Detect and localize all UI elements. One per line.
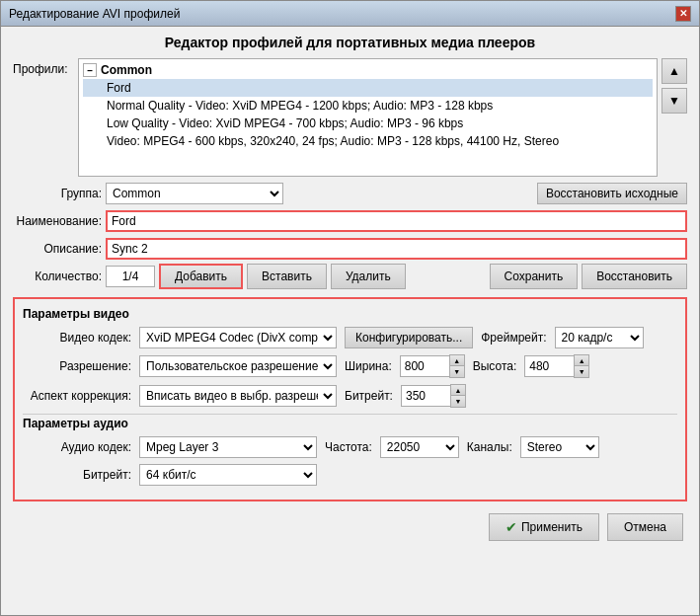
tree-group-label: Common xyxy=(101,63,152,77)
width-up-arrow[interactable]: ▲ xyxy=(450,355,464,366)
aspect-select[interactable]: Вписать видео в выбр. разрешени xyxy=(139,385,337,407)
freq-select[interactable]: 22050 44100 xyxy=(380,436,459,458)
profiles-arrows: ▲ ▼ xyxy=(661,58,687,114)
audio-codec-label: Аудио кодек: xyxy=(23,440,131,454)
res-select[interactable]: Пользовательское разрешение... xyxy=(139,355,337,377)
fps-label: Фреймрейт: xyxy=(481,331,546,345)
save-button[interactable]: Сохранить xyxy=(490,264,579,289)
height-spinner: ▲ ▼ xyxy=(524,354,589,378)
height-arrows: ▲ ▼ xyxy=(574,354,589,378)
aspect-row: Аспект коррекция: Вписать видео в выбр. … xyxy=(23,384,677,408)
codec-label: Видео кодек: xyxy=(23,331,131,345)
section-divider xyxy=(23,414,677,415)
audio-codec-row: Аудио кодек: Mpeg Layer 3 Частота: 22050… xyxy=(23,436,677,458)
vbitrate-label: Битрейт: xyxy=(345,389,393,403)
titlebar: Редактирование AVI профилей ✕ xyxy=(1,1,699,27)
apply-icon: ✔ xyxy=(506,519,517,535)
freq-label: Частота: xyxy=(325,440,372,454)
audio-codec-select[interactable]: Mpeg Layer 3 xyxy=(139,436,317,458)
desc-input[interactable] xyxy=(106,238,687,260)
name-row: Наименование: xyxy=(13,210,687,232)
audio-section-title: Параметры аудио xyxy=(23,417,677,430)
group-label: Группа: xyxy=(13,187,102,200)
arrow-up-button[interactable]: ▲ xyxy=(661,58,687,84)
name-input[interactable] xyxy=(106,210,687,232)
codec-select[interactable]: XviD MPEG4 Codec (DivX compatible xyxy=(139,327,337,348)
group-row: Группа: Common Восстановить исходные xyxy=(13,183,687,204)
width-spinner: ▲ ▼ xyxy=(400,354,465,378)
configure-button[interactable]: Конфигурировать... xyxy=(345,327,473,348)
width-arrows: ▲ ▼ xyxy=(449,354,465,378)
aspect-label: Аспект коррекция: xyxy=(23,389,131,403)
vbitrate-input[interactable] xyxy=(401,385,450,407)
audio-bitrate-label: Битрейт: xyxy=(23,468,131,482)
vbitrate-up-arrow[interactable]: ▲ xyxy=(451,385,465,396)
count-row: Количество: 1/4 Добавить Вставить Удалит… xyxy=(13,264,687,289)
fps-select[interactable]: 20 кадр/с 24 кадр/с 25 кадр/с 30 кадр/с xyxy=(555,327,644,348)
page-title: Редактор профилей для портативных медиа … xyxy=(13,35,687,50)
height-up-arrow[interactable]: ▲ xyxy=(575,355,588,366)
delete-button[interactable]: Удалить xyxy=(331,264,406,289)
name-label: Наименование: xyxy=(13,214,102,228)
vbitrate-spinner: ▲ ▼ xyxy=(401,384,466,408)
restore-defaults-button[interactable]: Восстановить исходные xyxy=(537,183,687,204)
tree-item[interactable]: Ford xyxy=(83,79,653,97)
width-input[interactable] xyxy=(400,355,449,377)
channels-select[interactable]: Stereo Mono xyxy=(520,436,599,458)
profiles-label: Профили: xyxy=(13,58,74,76)
tree-group[interactable]: – Common xyxy=(83,63,653,77)
profiles-tree[interactable]: – Common Ford Normal Quality - Video: Xv… xyxy=(78,58,658,177)
height-down-arrow[interactable]: ▼ xyxy=(575,366,588,377)
width-down-arrow[interactable]: ▼ xyxy=(450,366,464,377)
window-title: Редактирование AVI профилей xyxy=(9,7,180,21)
count-label: Количество: xyxy=(13,270,102,283)
count-display: 1/4 xyxy=(106,266,155,287)
desc-label: Описание: xyxy=(13,242,102,256)
main-window: Редактирование AVI профилей ✕ Редактор п… xyxy=(0,0,700,616)
res-label: Разрешение: xyxy=(23,359,131,373)
apply-button[interactable]: ✔ Применить xyxy=(489,513,599,541)
codec-row: Видео кодек: XviD MPEG4 Codec (DivX comp… xyxy=(23,327,677,348)
apply-label: Применить xyxy=(521,520,583,534)
main-content: Редактор профилей для портативных медиа … xyxy=(1,27,699,615)
arrow-down-button[interactable]: ▼ xyxy=(661,88,687,114)
resolution-row: Разрешение: Пользовательское разрешение.… xyxy=(23,354,677,378)
height-label: Высота: xyxy=(473,359,517,373)
width-label: Ширина: xyxy=(345,359,392,373)
video-section-title: Параметры видео xyxy=(23,307,677,321)
insert-button[interactable]: Вставить xyxy=(247,264,327,289)
revert-button[interactable]: Восстановить xyxy=(582,264,687,289)
add-button[interactable]: Добавить xyxy=(159,264,243,289)
cancel-button[interactable]: Отмена xyxy=(607,513,683,541)
audio-bitrate-row: Битрейт: 64 кбит/с 128 кбит/с xyxy=(23,464,677,486)
tree-item[interactable]: Normal Quality - Video: XviD MPEG4 - 120… xyxy=(83,97,653,115)
vbitrate-arrows: ▲ ▼ xyxy=(450,384,466,408)
group-select[interactable]: Common xyxy=(106,183,283,204)
tree-item[interactable]: Low Quality - Video: XviD MPEG4 - 700 kb… xyxy=(83,115,653,132)
vbitrate-down-arrow[interactable]: ▼ xyxy=(451,396,465,407)
desc-row: Описание: xyxy=(13,238,687,260)
audio-bitrate-select[interactable]: 64 кбит/с 128 кбит/с xyxy=(139,464,317,486)
close-button[interactable]: ✕ xyxy=(675,6,691,22)
params-box: Параметры видео Видео кодек: XviD MPEG4 … xyxy=(13,297,687,501)
height-input[interactable] xyxy=(524,355,574,377)
profiles-section: Профили: – Common Ford Normal Quality - … xyxy=(13,58,687,177)
tree-item[interactable]: Video: MPEG4 - 600 kbps, 320x240, 24 fps… xyxy=(83,132,653,150)
channels-label: Каналы: xyxy=(467,440,512,454)
tree-expand-icon[interactable]: – xyxy=(83,63,97,77)
bottom-buttons: ✔ Применить Отмена xyxy=(13,513,687,541)
